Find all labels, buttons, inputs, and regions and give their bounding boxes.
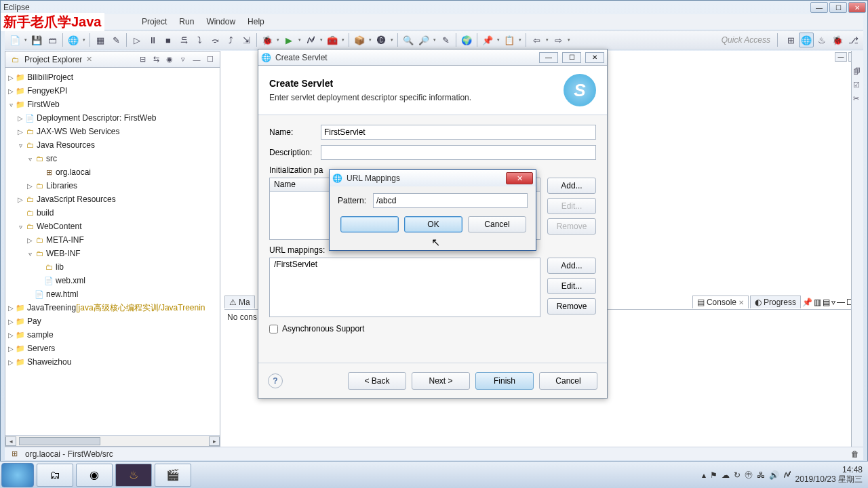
debug-icon[interactable]: 🐞 xyxy=(260,33,275,47)
twistie-icon[interactable]: ▷ xyxy=(7,87,15,95)
tab-markers[interactable]: ⚠Ma xyxy=(224,296,255,308)
tray-flag-icon[interactable]: ⚑ xyxy=(710,470,717,480)
task-list-icon[interactable]: ☑ xyxy=(853,81,863,90)
task-icon[interactable]: ✎ xyxy=(438,33,453,47)
horizontal-scrollbar[interactable]: ◂▸ xyxy=(5,435,220,446)
taskbar-app[interactable]: 🎬 xyxy=(155,464,191,487)
subdialog-close-button[interactable]: ✕ xyxy=(506,172,533,184)
twistie-icon[interactable]: ▿ xyxy=(16,223,24,230)
close-button[interactable]: ✕ xyxy=(848,2,866,13)
external-tools-icon[interactable]: 🧰 xyxy=(325,33,340,47)
tree-item[interactable]: ▿🗀WEB-INF xyxy=(7,247,218,260)
dropdown-icon[interactable]: ▾ xyxy=(23,33,28,47)
description-input[interactable] xyxy=(321,145,596,160)
ok-button[interactable]: OK xyxy=(404,216,462,232)
twistie-icon[interactable]: ▷ xyxy=(16,196,24,203)
project-tree[interactable]: ▷📁BilibiliProject▷📁FengyeKPI▿📁FirstWeb▷📄… xyxy=(5,68,220,435)
tree-item[interactable]: 🗀lib xyxy=(7,260,218,274)
view-menu-icon[interactable]: ▿ xyxy=(831,298,835,307)
tab-progress[interactable]: ◐Progress xyxy=(750,296,801,308)
perspective-jee-icon[interactable]: 🌐 xyxy=(799,33,814,47)
twistie-icon[interactable]: ▷ xyxy=(26,237,34,244)
browser-icon[interactable]: 🌍 xyxy=(459,33,474,47)
dropdown-icon[interactable]: ▾ xyxy=(545,33,550,47)
twistie-icon[interactable]: ▷ xyxy=(7,318,15,325)
step-into-icon[interactable]: ⤵ xyxy=(192,33,207,47)
tree-item[interactable]: 📄web.xml xyxy=(7,274,218,287)
init-remove-button[interactable]: Remove xyxy=(547,218,596,235)
tree-item[interactable]: ▷🗀JavaScript Resources xyxy=(7,192,218,206)
twistie-icon[interactable]: ▷ xyxy=(16,128,24,136)
suspend-icon[interactable]: ⏸ xyxy=(145,33,160,47)
close-icon[interactable]: ✕ xyxy=(738,299,744,306)
cancel-button[interactable]: Cancel xyxy=(539,372,597,390)
tree-item[interactable]: ▷📁JavaTreening [java高级核心编程实训/JavaTreenin xyxy=(7,301,218,314)
heap-status-icon[interactable]: 🗑 xyxy=(851,449,859,459)
terminate-icon[interactable]: ■ xyxy=(161,33,176,47)
open-console-icon[interactable]: ▤ xyxy=(823,298,830,307)
tree-item[interactable]: ▷📁FengyeKPI xyxy=(7,84,218,98)
twistie-icon[interactable]: ▷ xyxy=(7,359,15,366)
pin-icon[interactable]: 📌 xyxy=(480,33,495,47)
perspective-java-icon[interactable]: ♨ xyxy=(814,33,829,47)
taskbar-eclipse[interactable]: ♨ xyxy=(115,464,152,487)
url-mappings-list[interactable]: /FirstServlet xyxy=(269,258,540,317)
dropdown-icon[interactable]: ▾ xyxy=(566,33,572,47)
twistie-icon[interactable]: ▷ xyxy=(16,115,24,122)
url-add-button[interactable]: Add... xyxy=(547,258,596,274)
taskbar-file-explorer[interactable]: 🗂 xyxy=(37,464,73,487)
name-input[interactable] xyxy=(321,125,596,140)
next-button[interactable]: Next > xyxy=(412,372,470,390)
url-edit-button[interactable]: Edit... xyxy=(547,278,596,294)
twistie-icon[interactable]: ▿ xyxy=(26,250,34,258)
list-item[interactable]: /FirstServlet xyxy=(270,258,540,270)
twistie-icon[interactable]: ▿ xyxy=(7,101,15,108)
taskbar-clock[interactable]: 14:48 2019/10/23 星期三 xyxy=(795,466,863,483)
tree-item[interactable]: ▷🗀JAX-WS Web Services xyxy=(7,125,218,138)
tree-item[interactable]: ⊞org.laocai xyxy=(7,165,218,179)
close-icon[interactable]: ✕ xyxy=(86,55,92,64)
forward-icon[interactable]: ⇨ xyxy=(551,33,566,47)
dropdown-icon[interactable]: ▾ xyxy=(368,33,373,47)
url-remove-button[interactable]: Remove xyxy=(547,298,596,314)
menu-window[interactable]: Window xyxy=(201,16,241,28)
resume-icon[interactable]: ▷ xyxy=(130,33,144,47)
tray-network-icon[interactable]: 🖧 xyxy=(757,470,765,480)
tree-item[interactable]: ▷🗀META-INF xyxy=(7,233,218,247)
globe-icon[interactable]: 🌐 xyxy=(66,33,81,47)
step-over-icon[interactable]: ⤼ xyxy=(208,33,222,47)
run-server-icon[interactable]: 🗲 xyxy=(303,33,318,47)
dialog-minimize-button[interactable]: — xyxy=(539,52,558,63)
tree-item[interactable]: ▿🗀WebContent xyxy=(7,220,218,233)
twistie-icon[interactable]: ▷ xyxy=(7,331,15,339)
tree-item[interactable]: ▷🗀Libraries xyxy=(7,179,218,192)
tree-item[interactable]: ▷📄Deployment Descriptor: FirstWeb xyxy=(7,111,218,125)
dropdown-icon[interactable]: ▾ xyxy=(517,33,523,47)
annotation-icon[interactable]: 📋 xyxy=(502,33,517,47)
new-class-icon[interactable]: 🅒 xyxy=(374,33,389,47)
save-all-icon[interactable]: 🗃 xyxy=(45,33,60,47)
dropdown-icon[interactable]: ▾ xyxy=(389,33,395,47)
tree-item[interactable]: ▷📁Pay xyxy=(7,314,218,328)
init-edit-button[interactable]: Edit... xyxy=(547,198,596,214)
step-return-icon[interactable]: ⤴ xyxy=(223,33,238,47)
pattern-input[interactable] xyxy=(373,193,528,208)
dropdown-icon[interactable]: ▾ xyxy=(496,33,501,47)
start-button[interactable] xyxy=(1,463,34,487)
open-perspective-icon[interactable]: ⊞ xyxy=(783,33,798,47)
display-console-icon[interactable]: ▥ xyxy=(814,298,821,307)
minimize-button[interactable]: — xyxy=(810,2,828,13)
twistie-icon[interactable]: ▷ xyxy=(7,304,15,312)
dropdown-icon[interactable]: ▾ xyxy=(432,33,437,47)
twistie-icon[interactable]: ▿ xyxy=(26,155,34,163)
twistie-icon[interactable]: ▿ xyxy=(16,142,24,149)
cancel-button[interactable]: Cancel xyxy=(468,216,526,232)
twistie-icon[interactable]: ▷ xyxy=(7,74,15,81)
async-checkbox[interactable] xyxy=(269,325,278,333)
init-add-button[interactable]: Add... xyxy=(547,178,596,194)
help-button[interactable]: ? xyxy=(268,373,283,388)
minimize-editor-icon[interactable]: — xyxy=(835,52,847,62)
pin-console-icon[interactable]: 📌 xyxy=(802,298,812,307)
disconnect-icon[interactable]: ⥹ xyxy=(176,33,191,47)
taskbar-chrome[interactable]: ◉ xyxy=(76,464,113,487)
